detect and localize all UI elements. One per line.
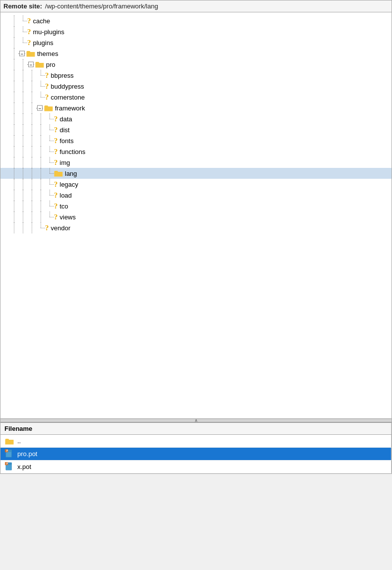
tree-item-views[interactable]: ? views xyxy=(0,211,392,222)
expand-connector[interactable]: − xyxy=(27,59,35,70)
tree-item-vendor[interactable]: ? vendor xyxy=(0,222,392,233)
tree-item-themes[interactable]: − themes xyxy=(0,48,392,59)
tree-label: bbpress xyxy=(51,72,74,79)
branch-line xyxy=(36,70,45,81)
tree-item-pro[interactable]: − pro xyxy=(0,59,392,70)
vert-line xyxy=(18,92,27,103)
vert-line xyxy=(27,146,36,157)
branch-line xyxy=(45,113,54,124)
branch-line xyxy=(18,26,27,37)
tree-item-img[interactable]: ? img xyxy=(0,157,392,168)
spacer xyxy=(0,37,9,48)
svg-text:P: P xyxy=(6,463,8,465)
branch-line xyxy=(45,124,54,135)
spacer xyxy=(0,211,9,222)
collapse-icon[interactable]: − xyxy=(37,105,43,111)
vert-line xyxy=(9,15,18,26)
branch-line xyxy=(45,190,54,201)
spacer xyxy=(0,113,9,124)
tree-label: views xyxy=(60,213,76,221)
vert-line xyxy=(27,157,36,168)
unknown-icon: ? xyxy=(54,213,58,221)
tree-label: vendor xyxy=(51,224,71,232)
tree-item-tco[interactable]: ? tco xyxy=(0,201,392,211)
vert-line xyxy=(36,157,45,168)
unknown-icon: ? xyxy=(45,93,49,102)
unknown-icon: ? xyxy=(54,158,58,167)
unknown-icon: ? xyxy=(54,115,58,123)
spacer xyxy=(0,15,9,26)
vert-line xyxy=(9,222,18,233)
vert-line xyxy=(27,81,36,92)
vert-line xyxy=(18,146,27,157)
tree-item-dist[interactable]: ? dist xyxy=(0,124,392,135)
column-divider xyxy=(391,461,392,473)
vert-line xyxy=(18,70,27,81)
vert-line xyxy=(9,146,18,157)
collapse-icon[interactable]: − xyxy=(28,62,34,67)
unknown-icon: ? xyxy=(45,224,49,232)
file-row-pro-pot[interactable]: P pro.pot xyxy=(0,448,392,461)
vert-line xyxy=(36,168,45,179)
vert-line xyxy=(18,168,27,179)
remote-header: Remote site: /wp-content/themes/pro/fram… xyxy=(0,0,392,12)
spacer xyxy=(0,190,9,201)
vert-line xyxy=(27,190,36,201)
tree-item-buddypress[interactable]: ? buddypress xyxy=(0,81,392,92)
vert-line xyxy=(18,124,27,135)
file-row-x-pot[interactable]: P x.pot xyxy=(0,461,392,473)
unknown-icon: ? xyxy=(27,28,31,36)
column-divider xyxy=(391,448,392,460)
unknown-icon: ? xyxy=(54,126,58,134)
file-list: .. P pro.pot xyxy=(0,435,392,473)
vert-line xyxy=(9,135,18,146)
tree-item-functions[interactable]: ? functions xyxy=(0,146,392,157)
vert-line xyxy=(27,201,36,211)
tree-label: fonts xyxy=(60,137,74,145)
file-row-parent[interactable]: .. xyxy=(0,435,392,448)
vert-line xyxy=(27,92,36,103)
vert-line xyxy=(36,211,45,222)
branch-line xyxy=(36,222,45,233)
vert-line xyxy=(27,179,36,190)
vert-line xyxy=(27,211,36,222)
vert-line xyxy=(9,124,18,135)
expand-connector[interactable]: − xyxy=(36,103,44,113)
vert-line xyxy=(36,113,45,124)
tree-item-load[interactable]: ? load xyxy=(0,190,392,201)
branch-line xyxy=(18,37,27,48)
vert-line xyxy=(9,92,18,103)
collapse-icon[interactable]: − xyxy=(19,51,25,56)
expand-connector[interactable]: − xyxy=(18,48,26,59)
branch-line xyxy=(45,157,54,168)
vert-line xyxy=(9,103,18,113)
column-divider xyxy=(391,435,392,447)
tree-item-fonts[interactable]: ? fonts xyxy=(0,135,392,146)
tree-label: load xyxy=(60,192,72,199)
tree-label: mu-plugins xyxy=(33,28,65,36)
spacer xyxy=(0,135,9,146)
unknown-icon: ? xyxy=(54,180,58,189)
vert-line xyxy=(9,81,18,92)
tree-item-mu-plugins[interactable]: ? mu-plugins xyxy=(0,26,392,37)
tree-item-framework[interactable]: − framework xyxy=(0,103,392,113)
tree-item-cornerstone[interactable]: ? cornerstone xyxy=(0,92,392,103)
vert-line xyxy=(36,190,45,201)
vert-line xyxy=(9,37,18,48)
tree-item-lang[interactable]: lang xyxy=(0,168,392,179)
vert-line xyxy=(18,211,27,222)
tree-item-legacy[interactable]: ? legacy xyxy=(0,179,392,190)
divider-arrow-icon: ∧ xyxy=(195,418,198,423)
tree-label: pro xyxy=(46,61,55,68)
tree-item-cache[interactable]: ? cache xyxy=(0,15,392,26)
tree-item-data[interactable]: ? data xyxy=(0,113,392,124)
branch-line xyxy=(36,81,45,92)
remote-path: /wp-content/themes/pro/framework/lang xyxy=(45,2,158,10)
vert-line xyxy=(18,135,27,146)
tree-item-bbpress[interactable]: ? bbpress xyxy=(0,70,392,81)
tree-item-plugins[interactable]: ? plugins xyxy=(0,37,392,48)
vert-line xyxy=(18,81,27,92)
vert-line xyxy=(9,48,18,59)
tree-label: cornerstone xyxy=(51,94,85,101)
tree-label: cache xyxy=(33,17,50,25)
